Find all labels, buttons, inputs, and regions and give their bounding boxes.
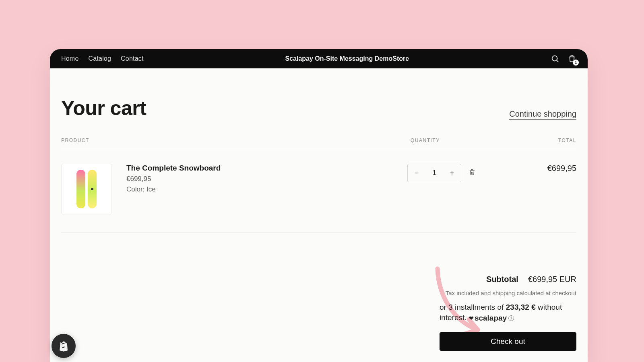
qty-increase-button[interactable]: + xyxy=(443,169,461,177)
cart-count-badge: 1 xyxy=(573,60,579,66)
subtotal-value: €699,95 EUR xyxy=(528,275,576,284)
th-total: TOTAL xyxy=(496,138,576,143)
cart-icon[interactable]: 1 xyxy=(568,54,576,63)
msg-amount: 233,32 € xyxy=(506,303,536,311)
cart-summary: Subtotal €699,95 EUR Tax included and sh… xyxy=(440,275,576,351)
qty-value: 1 xyxy=(425,169,443,177)
th-quantity: QUANTITY xyxy=(407,138,496,143)
cart-window: Home Catalog Contact Scalapay On-Site Me… xyxy=(50,49,588,362)
cart-item-row: The Complete Snowboard €699,95 Color: Ic… xyxy=(61,149,576,229)
svg-line-1 xyxy=(557,60,558,62)
info-icon[interactable]: i xyxy=(508,315,514,321)
qty-decrease-button[interactable]: − xyxy=(408,169,425,177)
continue-shopping-link[interactable]: Continue shopping xyxy=(509,109,576,120)
msg-pre: or 3 installments of xyxy=(440,303,506,311)
nav-catalog[interactable]: Catalog xyxy=(88,55,111,62)
remove-item-button[interactable] xyxy=(469,169,476,177)
product-name[interactable]: The Complete Snowboard xyxy=(126,164,221,173)
product-variant: Color: Ice xyxy=(126,185,221,193)
brand-name: scalapay xyxy=(475,313,507,323)
product-price: €699,95 xyxy=(126,175,221,183)
nav-links: Home Catalog Contact xyxy=(61,55,144,62)
heart-icon: ❤ xyxy=(469,315,474,322)
installment-message: or 3 installments of 233,32 € without in… xyxy=(440,302,576,323)
search-icon[interactable] xyxy=(551,54,559,63)
line-total: €699,95 xyxy=(496,164,576,173)
nav-home[interactable]: Home xyxy=(61,55,78,62)
store-title: Scalapay On-Site Messaging DemoStore xyxy=(285,55,409,62)
shopify-bubble[interactable] xyxy=(52,334,76,358)
nav-contact[interactable]: Contact xyxy=(121,55,144,62)
tax-note: Tax included and shipping calculated at … xyxy=(446,290,576,296)
cart-table-header: PRODUCT QUANTITY TOTAL xyxy=(61,138,576,149)
th-product: PRODUCT xyxy=(61,138,407,143)
product-thumbnail[interactable] xyxy=(61,164,112,214)
top-navbar: Home Catalog Contact Scalapay On-Site Me… xyxy=(50,49,588,68)
divider xyxy=(61,232,576,232)
scalapay-badge[interactable]: ❤scalapayi xyxy=(469,313,514,323)
quantity-stepper: − 1 + xyxy=(407,164,461,182)
subtotal-label: Subtotal xyxy=(486,275,518,284)
page-title: Your cart xyxy=(61,97,146,120)
svg-point-0 xyxy=(552,56,557,61)
checkout-button[interactable]: Check out xyxy=(440,332,576,351)
